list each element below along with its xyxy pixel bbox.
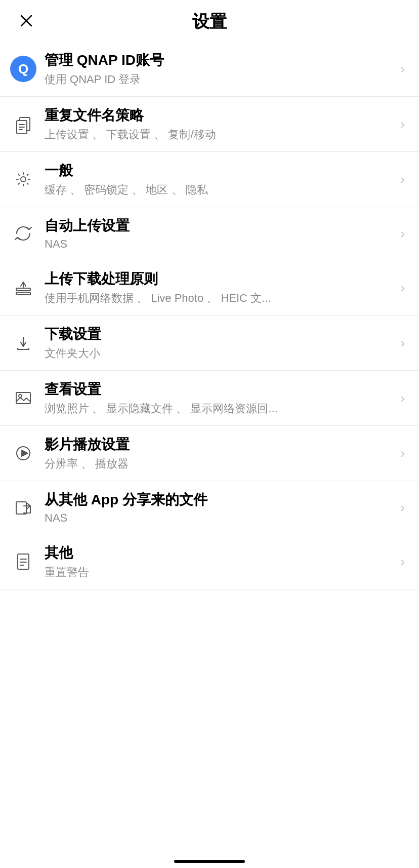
- chevron-icon: ›: [400, 61, 405, 77]
- document-icon: [14, 552, 33, 571]
- chevron-icon: ›: [400, 335, 405, 351]
- qnap-avatar: Q: [10, 56, 36, 82]
- menu-title-other: 其他: [45, 543, 395, 563]
- svg-marker-15: [22, 450, 28, 456]
- close-button[interactable]: [15, 10, 37, 32]
- svg-point-7: [21, 177, 26, 182]
- menu-item-auto-upload[interactable]: 自动上传设置 NAS ›: [0, 207, 419, 260]
- svg-rect-16: [16, 502, 26, 514]
- menu-item-other[interactable]: 其他 重置警告 ›: [0, 534, 419, 589]
- menu-sub-duplicate: 上传设置 、 下载设置 、 复制/移动: [45, 127, 395, 142]
- menu-title-upload-policy: 上传下载处理原则: [45, 269, 395, 289]
- menu-sub-other: 重置警告: [45, 565, 395, 580]
- menu-title-view: 查看设置: [45, 380, 395, 399]
- svg-point-13: [19, 394, 22, 398]
- chevron-icon: ›: [400, 446, 405, 461]
- menu-item-duplicate-file[interactable]: 重复文件名策略 上传设置 、 下载设置 、 复制/移动 ›: [0, 97, 419, 152]
- svg-rect-17: [18, 554, 29, 569]
- menu-title-video: 影片播放设置: [45, 435, 395, 454]
- chevron-icon: ›: [400, 226, 405, 242]
- play-icon: [14, 444, 33, 463]
- menu-item-qnap-account[interactable]: Q 管理 QNAP ID账号 使用 QNAP ID 登录 ›: [0, 42, 419, 97]
- gear-icon: [14, 170, 33, 189]
- chevron-icon: ›: [400, 116, 405, 132]
- home-indicator: [174, 860, 245, 863]
- svg-rect-8: [16, 292, 30, 295]
- chevron-icon: ›: [400, 172, 405, 187]
- menu-sub-download: 文件夹大小: [45, 346, 395, 361]
- menu-sub-general: 缓存 、 密码锁定 、 地区 、 隐私: [45, 182, 395, 198]
- menu-title-qnap-account: 管理 QNAP ID账号: [45, 51, 395, 70]
- menu-title-auto-upload: 自动上传设置: [45, 216, 395, 235]
- menu-sub-qnap-account: 使用 QNAP ID 登录: [45, 72, 395, 87]
- close-icon: [19, 14, 33, 28]
- menu-sub-video: 分辨率 、 播放器: [45, 456, 395, 471]
- settings-menu: Q 管理 QNAP ID账号 使用 QNAP ID 登录 › 重复文件名策略 上…: [0, 42, 419, 589]
- menu-item-view-settings[interactable]: 查看设置 浏览照片 、 显示隐藏文件 、 显示网络资源回... ›: [0, 371, 419, 426]
- menu-item-video-playback[interactable]: 影片播放设置 分辨率 、 播放器 ›: [0, 426, 419, 481]
- download-icon: [14, 333, 33, 352]
- svg-rect-9: [16, 288, 30, 291]
- sync-icon: [14, 224, 33, 243]
- menu-sub-auto-upload: NAS: [45, 238, 395, 251]
- menu-sub-view: 浏览照片 、 显示隐藏文件 、 显示网络资源回...: [45, 401, 395, 416]
- chevron-icon: ›: [400, 280, 405, 296]
- menu-title-duplicate: 重复文件名策略: [45, 106, 395, 125]
- svg-rect-12: [16, 392, 30, 404]
- menu-item-share-from-app[interactable]: 从其他 App 分享来的文件 NAS ›: [0, 481, 419, 534]
- menu-item-download-settings[interactable]: 下载设置 文件夹大小 ›: [0, 315, 419, 371]
- menu-item-general[interactable]: 一般 缓存 、 密码锁定 、 地区 、 隐私 ›: [0, 152, 419, 207]
- menu-sub-share: NAS: [45, 511, 395, 525]
- page-header: 设置: [0, 0, 419, 42]
- menu-item-upload-download-policy[interactable]: 上传下载处理原则 使用手机网络数据 、 Live Photo 、 HEIC 文.…: [0, 260, 419, 315]
- menu-title-general: 一般: [45, 161, 395, 180]
- menu-title-share: 从其他 App 分享来的文件: [45, 490, 395, 509]
- chevron-icon: ›: [400, 554, 405, 570]
- chevron-icon: ›: [400, 500, 405, 516]
- image-icon: [14, 388, 33, 408]
- duplicate-icon: [14, 114, 33, 134]
- share-icon: [14, 498, 33, 517]
- page-title: 设置: [192, 10, 227, 33]
- menu-sub-upload-policy: 使用手机网络数据 、 Live Photo 、 HEIC 文...: [45, 291, 395, 306]
- menu-title-download: 下载设置: [45, 325, 395, 344]
- upload-policy-icon: [14, 278, 33, 297]
- chevron-icon: ›: [400, 390, 405, 406]
